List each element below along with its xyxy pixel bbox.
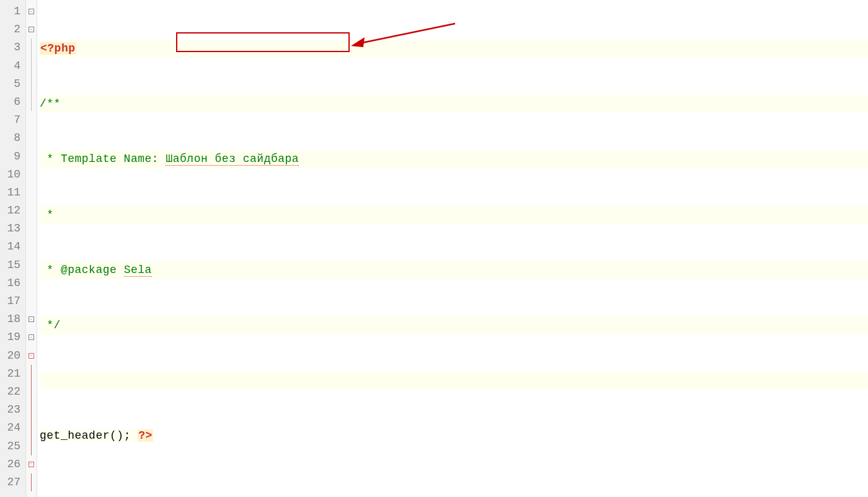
fold-toggle[interactable]: − — [26, 455, 37, 473]
line-number: 6 — [2, 93, 20, 111]
line-number: 15 — [2, 256, 20, 274]
fold-guide — [26, 93, 37, 111]
line-number: 3 — [2, 38, 20, 56]
fold-guide — [26, 57, 37, 75]
code-line[interactable] — [40, 372, 868, 390]
line-number: 13 — [2, 220, 20, 238]
fold-guide — [26, 220, 37, 238]
code-line[interactable]: /** — [40, 95, 868, 113]
doc-comment: * @package — [40, 264, 124, 276]
fold-guide — [26, 38, 37, 56]
fold-guide — [26, 111, 37, 129]
fold-guide — [26, 292, 37, 310]
line-number: 21 — [2, 365, 20, 383]
fold-toggle[interactable]: − — [26, 310, 37, 328]
fold-guide — [26, 419, 37, 437]
line-number: 18 — [2, 310, 20, 328]
line-number: 22 — [2, 383, 20, 401]
line-number-gutter: 1 2 3 4 5 6 7 8 9 10 11 12 13 14 15 16 1… — [0, 0, 26, 497]
fold-guide — [26, 202, 37, 220]
php-open-tag: <?php — [40, 42, 76, 55]
line-number: 20 — [2, 347, 20, 365]
code-line[interactable]: * — [40, 206, 868, 224]
line-number: 10 — [2, 166, 20, 184]
line-number: 2 — [2, 20, 20, 38]
code-line[interactable] — [40, 483, 868, 498]
fold-guide — [26, 401, 37, 419]
fold-guide — [26, 166, 37, 184]
fold-guide — [26, 238, 37, 256]
fold-guide — [26, 473, 37, 491]
code-line[interactable]: */ — [40, 316, 868, 334]
code-line[interactable]: get_header(); ?> — [40, 427, 868, 445]
line-number: 17 — [2, 292, 20, 310]
line-number: 23 — [2, 401, 20, 419]
package-value: Sela — [124, 264, 152, 277]
line-number: 8 — [2, 129, 20, 147]
fold-guide — [26, 129, 37, 147]
line-number: 25 — [2, 437, 20, 455]
fold-gutter: − − − − − − — [26, 0, 37, 497]
line-number: 16 — [2, 274, 20, 292]
fold-guide — [26, 383, 37, 401]
doc-comment: /** — [40, 97, 61, 110]
fold-toggle[interactable]: − — [26, 20, 37, 38]
line-number: 7 — [2, 111, 20, 129]
line-number: 24 — [2, 419, 20, 437]
fold-guide — [26, 365, 37, 383]
line-number: 1 — [2, 2, 20, 20]
code-line[interactable]: * Template Name: Шаблон без сайдбара — [40, 150, 868, 168]
line-number: 5 — [2, 75, 20, 93]
code-line[interactable]: <?php — [40, 40, 868, 58]
doc-comment: */ — [40, 319, 61, 331]
doc-comment: * — [40, 208, 54, 221]
line-number: 14 — [2, 238, 20, 256]
code-line[interactable]: * @package Sela — [40, 261, 868, 279]
line-number: 9 — [2, 148, 20, 166]
line-number: 26 — [2, 455, 20, 473]
fold-guide — [26, 274, 37, 292]
line-number: 27 — [2, 473, 20, 491]
fold-guide — [26, 184, 37, 202]
fold-toggle[interactable]: − — [26, 347, 37, 365]
line-number: 19 — [2, 328, 20, 346]
fold-toggle[interactable]: − — [26, 2, 37, 20]
template-name-value: Шаблон без сайдбара — [166, 153, 299, 166]
fold-guide — [26, 75, 37, 93]
function-call: get_header — [40, 429, 110, 442]
fold-guide — [26, 256, 37, 274]
line-number: 4 — [2, 57, 20, 75]
fold-guide — [26, 437, 37, 455]
line-number: 11 — [2, 184, 20, 202]
code-editor[interactable]: <?php /** * Template Name: Шаблон без са… — [37, 0, 868, 497]
line-number: 12 — [2, 202, 20, 220]
fold-guide — [26, 148, 37, 166]
doc-comment: * Template Name: — [40, 153, 166, 165]
fold-toggle[interactable]: − — [26, 328, 37, 346]
php-close-tag: ?> — [138, 429, 153, 442]
